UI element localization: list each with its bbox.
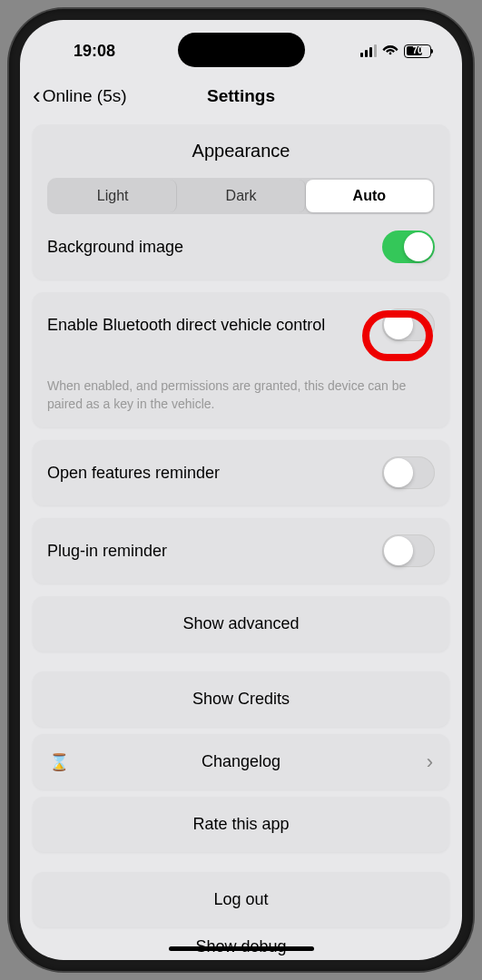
bluetooth-label: Enable Bluetooth direct vehicle control bbox=[47, 316, 325, 335]
open-features-label: Open features reminder bbox=[47, 464, 220, 483]
status-time: 19:08 bbox=[51, 42, 115, 61]
bluetooth-description: When enabled, and permissions are grante… bbox=[47, 377, 435, 413]
back-label: Online (5s) bbox=[43, 86, 127, 106]
appearance-card: Appearance Light Dark Auto Background im… bbox=[33, 124, 449, 279]
back-button[interactable]: ‹ Online (5s) bbox=[33, 82, 127, 110]
logout-button[interactable]: Log out bbox=[33, 872, 449, 927]
nav-bar: ‹ Online (5s) Settings bbox=[20, 73, 462, 124]
wifi-icon bbox=[382, 43, 398, 59]
battery-icon: 70 bbox=[404, 44, 431, 58]
plugin-label: Plug-in reminder bbox=[47, 542, 167, 561]
theme-light[interactable]: Light bbox=[49, 180, 177, 212]
svg-point-0 bbox=[389, 53, 392, 55]
rate-app-button[interactable]: Rate this app bbox=[33, 797, 449, 852]
theme-dark[interactable]: Dark bbox=[177, 180, 305, 212]
home-indicator[interactable] bbox=[169, 946, 314, 951]
changelog-button[interactable]: ⌛ Changelog › bbox=[33, 734, 449, 789]
chevron-right-icon: › bbox=[427, 750, 433, 774]
hourglass-icon: ⌛ bbox=[49, 752, 69, 772]
chevron-left-icon: ‹ bbox=[33, 82, 41, 110]
bluetooth-toggle[interactable] bbox=[382, 309, 435, 341]
show-advanced-button[interactable]: Show advanced bbox=[33, 596, 449, 652]
plugin-toggle[interactable] bbox=[382, 534, 435, 567]
bluetooth-card: Enable Bluetooth direct vehicle control … bbox=[33, 292, 449, 427]
page-title: Settings bbox=[207, 86, 275, 106]
signal-icon bbox=[360, 44, 377, 57]
bg-image-toggle[interactable] bbox=[382, 230, 435, 263]
theme-segmented-control[interactable]: Light Dark Auto bbox=[47, 178, 435, 214]
theme-auto[interactable]: Auto bbox=[306, 180, 433, 212]
bg-image-label: Background image bbox=[47, 238, 183, 257]
open-features-card: Open features reminder bbox=[33, 440, 449, 505]
show-credits-button[interactable]: Show Credits bbox=[33, 671, 449, 727]
open-features-toggle[interactable] bbox=[382, 456, 435, 489]
plugin-reminder-card: Plug-in reminder bbox=[33, 518, 449, 583]
appearance-title: Appearance bbox=[47, 141, 435, 162]
